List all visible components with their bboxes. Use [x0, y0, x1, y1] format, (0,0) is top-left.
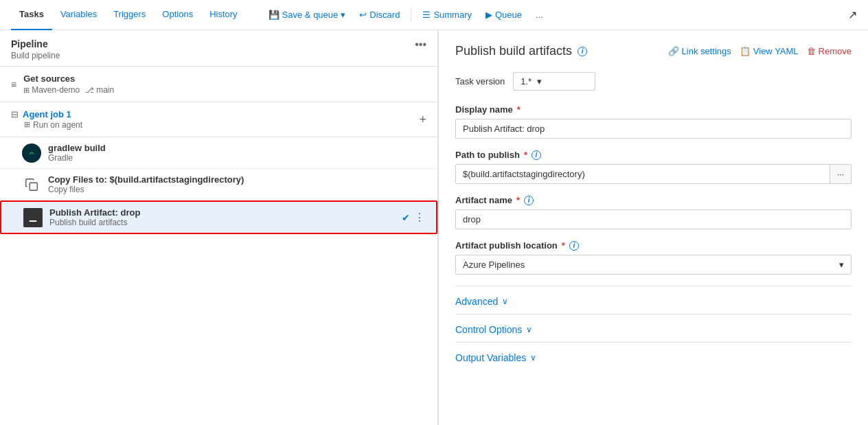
task-row[interactable]: gradlew build Gradle	[0, 137, 437, 169]
pipeline-subtitle: Build pipeline	[11, 51, 60, 60]
required-star-path: *	[524, 150, 527, 160]
task-more-button[interactable]: ⋮	[414, 211, 425, 224]
agent-job-title: Agent job 1	[23, 109, 71, 119]
advanced-chevron-icon: ∨	[502, 297, 508, 306]
path-to-publish-group: Path to publish * i ···	[455, 150, 852, 184]
pipeline-more-button[interactable]: •••	[415, 38, 426, 51]
required-star-artifact: *	[516, 195, 520, 205]
task-version-select[interactable]: 1.* ▾	[513, 72, 595, 91]
publish-task-icon	[23, 208, 43, 227]
advanced-header[interactable]: Advanced ∨	[455, 296, 852, 307]
artifact-name-input[interactable]	[455, 209, 852, 229]
display-name-input[interactable]	[455, 119, 852, 139]
advanced-label: Advanced	[455, 296, 498, 307]
agent-job-icon: ⊟	[11, 109, 19, 119]
save-icon: 💾	[269, 10, 279, 20]
get-sources-meta: ⊞ Maven-demo ⎇ main	[23, 85, 114, 95]
output-variables-section: Output Variables ∨	[455, 342, 852, 365]
control-options-label: Control Options	[455, 324, 522, 335]
top-nav: Tasks Variables Triggers Options History…	[0, 0, 868, 30]
control-options-chevron-icon: ∨	[526, 325, 532, 334]
dropdown-arrow: ▾	[341, 10, 345, 20]
task-check-icon: ✔	[402, 212, 410, 223]
remove-icon: 🗑	[807, 46, 816, 56]
tab-triggers[interactable]: Triggers	[105, 0, 154, 30]
copy-task-title: Copy Files to: $(build.artifactstagingdi…	[48, 174, 426, 185]
artifact-info-icon[interactable]: i	[524, 196, 534, 205]
get-sources-row[interactable]: ≡ Get sources ⊞ Maven-demo ⎇ main	[0, 67, 437, 102]
control-options-header[interactable]: Control Options ∨	[455, 324, 852, 335]
output-variables-chevron-icon: ∨	[530, 353, 536, 363]
agent-job-header: ⊟ Agent job 1 ⊞ Run on agent +	[0, 102, 437, 137]
svg-rect-1	[30, 183, 37, 190]
queue-button[interactable]: ▶ Queue	[480, 7, 527, 23]
svg-rect-2	[30, 220, 37, 222]
location-chevron-icon: ▾	[839, 260, 844, 270]
discard-button[interactable]: ↩ Discard	[354, 7, 405, 23]
expand-button[interactable]: ↗	[848, 8, 857, 21]
panel-title-text: Publish build artifacts	[455, 44, 572, 58]
gradle-task-icon	[22, 143, 41, 163]
gradle-task-title: gradlew build	[48, 143, 426, 153]
branch-label: main	[96, 85, 114, 95]
lines-icon: ≡	[11, 79, 16, 90]
tab-options[interactable]: Options	[154, 0, 201, 30]
artifact-publish-location-group: Artifact publish location * i Azure Pipe…	[455, 240, 852, 275]
copy-files-row[interactable]: Copy Files to: $(build.artifactstagingdi…	[0, 169, 437, 200]
agent-job-subtitle: Run on agent	[33, 120, 82, 130]
artifact-name-label: Artifact name	[455, 195, 512, 205]
artifact-publish-location-label: Artifact publish location	[455, 240, 558, 251]
discard-icon: ↩	[359, 10, 367, 20]
branch-icon: ⎇	[85, 86, 94, 95]
more-actions-button[interactable]: ...	[530, 7, 549, 23]
gradle-task-subtitle: Gradle	[48, 153, 426, 163]
path-ellipsis-button[interactable]: ···	[830, 164, 852, 184]
title-info-icon[interactable]: i	[578, 47, 587, 56]
publish-artifact-row[interactable]: Publish Artifact: drop Publish build art…	[0, 200, 437, 234]
path-info-icon[interactable]: i	[532, 150, 541, 160]
output-variables-header[interactable]: Output Variables ∨	[455, 352, 852, 363]
advanced-section: Advanced ∨	[455, 286, 852, 308]
action-separator	[411, 8, 411, 22]
output-variables-label: Output Variables	[455, 352, 526, 363]
tab-history[interactable]: History	[201, 0, 245, 30]
add-task-button[interactable]: +	[419, 113, 426, 127]
copy-task-icon	[22, 175, 41, 194]
yaml-icon: 📋	[740, 46, 751, 56]
save-queue-button[interactable]: 💾 Save & queue ▾	[263, 7, 352, 23]
pipeline-header: Pipeline Build pipeline •••	[0, 30, 437, 67]
summary-icon: ☰	[422, 10, 431, 20]
artifact-location-select[interactable]: Azure Pipelines ▾	[455, 255, 852, 275]
summary-button[interactable]: ☰ Summary	[417, 7, 477, 23]
path-to-publish-input[interactable]	[455, 164, 830, 184]
main-layout: Pipeline Build pipeline ••• ≡ Get source…	[0, 30, 868, 425]
agent-icon: ⊞	[24, 120, 30, 129]
remove-button[interactable]: 🗑 Remove	[807, 46, 852, 56]
left-panel: Pipeline Build pipeline ••• ≡ Get source…	[0, 30, 438, 425]
task-version-row: Task version 1.* ▾	[455, 72, 852, 91]
publish-task-subtitle: Publish build artifacts	[49, 218, 402, 227]
required-star: *	[517, 104, 521, 115]
queue-icon: ▶	[486, 10, 492, 20]
publish-task-title: Publish Artifact: drop	[49, 207, 402, 218]
display-name-group: Display name *	[455, 104, 852, 139]
version-chevron-icon: ▾	[537, 76, 542, 87]
nav-tabs: Tasks Variables Triggers Options History	[11, 0, 246, 30]
get-sources-title: Get sources	[23, 73, 114, 84]
pipeline-title: Pipeline	[11, 38, 60, 49]
tab-tasks[interactable]: Tasks	[11, 0, 52, 30]
right-panel: Publish build artifacts i 🔗 Link setting…	[439, 30, 868, 425]
nav-actions: 💾 Save & queue ▾ ↩ Discard ☰ Summary ▶ Q…	[263, 7, 549, 23]
panel-header: Publish build artifacts i 🔗 Link setting…	[455, 44, 852, 58]
path-to-publish-label: Path to publish	[455, 150, 520, 160]
view-yaml-button[interactable]: 📋 View YAML	[740, 46, 799, 56]
link-settings-button[interactable]: 🔗 Link settings	[668, 46, 731, 56]
repo-label: Maven-demo	[32, 85, 80, 95]
control-options-section: Control Options ∨	[455, 314, 852, 336]
required-star-location: *	[562, 240, 565, 251]
location-info-icon[interactable]: i	[569, 241, 579, 251]
link-icon: 🔗	[668, 46, 679, 56]
tab-variables[interactable]: Variables	[52, 0, 105, 30]
repo-icon: ⊞	[23, 86, 30, 95]
display-name-label: Display name	[455, 104, 513, 115]
